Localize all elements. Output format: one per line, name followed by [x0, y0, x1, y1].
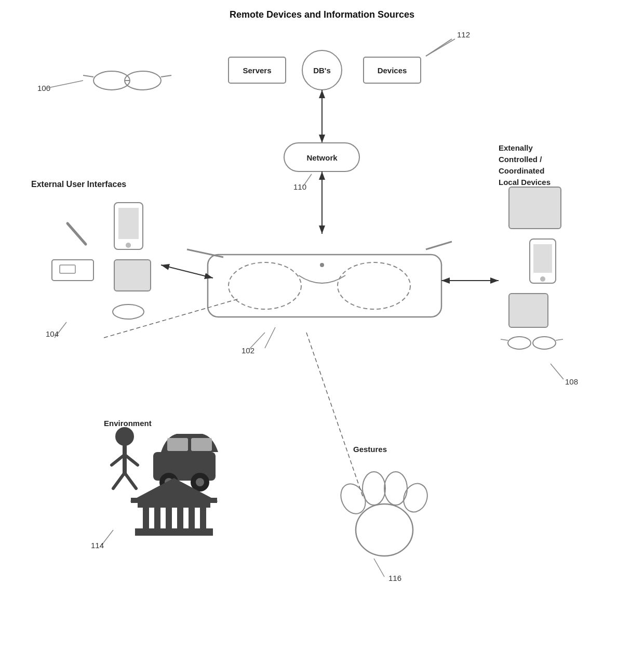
svg-line-21 — [426, 242, 452, 249]
svg-rect-32 — [114, 260, 151, 291]
svg-text:104: 104 — [46, 329, 59, 338]
svg-line-53 — [113, 473, 125, 488]
svg-line-27 — [161, 265, 213, 278]
svg-rect-41 — [533, 244, 552, 273]
svg-text:116: 116 — [388, 574, 401, 582]
svg-text:Network: Network — [306, 153, 338, 162]
svg-text:114: 114 — [91, 541, 104, 550]
svg-text:108: 108 — [565, 377, 578, 386]
svg-rect-43 — [509, 294, 548, 327]
keyboard-left — [52, 260, 93, 281]
ar-glasses-top — [83, 71, 171, 90]
svg-point-61 — [196, 478, 204, 486]
svg-point-77 — [400, 480, 431, 515]
svg-line-48 — [551, 364, 564, 379]
svg-text:102: 102 — [242, 346, 254, 355]
svg-text:112: 112 — [457, 30, 470, 39]
svg-line-83 — [426, 39, 455, 56]
svg-text:Local Devices: Local Devices — [499, 178, 551, 187]
gesture-paw — [336, 472, 431, 556]
svg-rect-64 — [154, 508, 160, 528]
svg-rect-66 — [177, 508, 183, 528]
monitor-right — [509, 187, 561, 229]
tablet-left — [114, 260, 151, 291]
svg-rect-57 — [191, 438, 212, 451]
svg-point-75 — [363, 472, 385, 505]
svg-point-25 — [320, 263, 324, 267]
svg-line-8 — [161, 75, 171, 77]
svg-text:Coordinated: Coordinated — [499, 166, 544, 175]
svg-line-81 — [46, 81, 83, 88]
svg-line-46 — [501, 339, 508, 340]
svg-rect-34 — [52, 260, 93, 281]
phone-left — [114, 203, 143, 249]
ar-glasses-center — [187, 242, 452, 317]
svg-line-79 — [374, 559, 384, 577]
svg-point-31 — [126, 243, 131, 248]
svg-rect-65 — [166, 508, 172, 528]
svg-point-49 — [115, 427, 134, 446]
svg-point-42 — [540, 276, 545, 282]
svg-rect-35 — [60, 265, 75, 273]
tablet-right — [509, 294, 548, 327]
svg-line-36 — [68, 223, 86, 244]
svg-point-44 — [508, 337, 531, 349]
svg-line-20 — [187, 249, 223, 257]
person-icon — [112, 427, 138, 488]
diagram: Remote Devices and Information Sources — [0, 0, 644, 650]
svg-text:Servers: Servers — [243, 66, 271, 75]
svg-line-78 — [306, 333, 364, 499]
svg-text:DB's: DB's — [313, 66, 331, 75]
car-icon — [153, 434, 218, 492]
svg-line-87 — [249, 333, 265, 349]
svg-rect-30 — [118, 208, 139, 239]
svg-text:Controlled /: Controlled / — [499, 155, 542, 164]
svg-rect-22 — [208, 255, 441, 317]
svg-rect-39 — [509, 187, 561, 229]
svg-rect-63 — [143, 508, 149, 528]
stylus-left — [68, 223, 86, 244]
svg-rect-69 — [135, 528, 213, 536]
svg-point-73 — [356, 504, 413, 556]
svg-text:Extenally: Extenally — [499, 143, 533, 152]
svg-rect-68 — [200, 508, 206, 528]
svg-point-23 — [229, 262, 301, 309]
svg-rect-71 — [131, 498, 217, 503]
svg-line-85 — [303, 174, 312, 186]
svg-line-7 — [83, 75, 93, 77]
svg-line-26 — [265, 327, 275, 348]
svg-text:Gestures: Gestures — [353, 445, 387, 454]
svg-text:Devices: Devices — [378, 66, 407, 75]
svg-point-33 — [113, 304, 144, 319]
svg-rect-56 — [167, 438, 188, 451]
svg-rect-67 — [189, 508, 195, 528]
phone-right — [530, 239, 556, 283]
svg-point-45 — [533, 337, 556, 349]
svg-text:External User Interfaces: External User Interfaces — [31, 180, 126, 189]
svg-text:Environment: Environment — [104, 419, 152, 428]
svg-line-54 — [125, 473, 136, 488]
svg-line-47 — [556, 339, 563, 340]
svg-point-24 — [338, 262, 410, 309]
ar-glasses-right-small — [501, 337, 563, 349]
pill-left — [113, 304, 144, 319]
